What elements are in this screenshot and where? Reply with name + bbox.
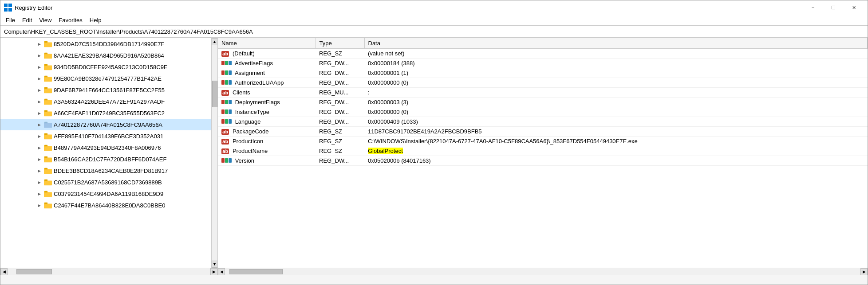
hscroll-track[interactable] xyxy=(8,269,210,275)
data-table[interactable]: Name Type Data ab (Default)REG_SZ(value … xyxy=(218,38,868,268)
tree-scroll[interactable]: ►8520DAD7C5154DD39846DB1714990E7F►8AA421… xyxy=(0,38,211,268)
expand-icon[interactable]: ► xyxy=(36,63,43,70)
tree-item[interactable]: ►8520DAD7C5154DD39846DB1714990E7F xyxy=(0,38,211,50)
table-row[interactable]: InstanceTypeREG_DW...0x00000000 (0) xyxy=(218,107,868,117)
close-button[interactable]: ✕ xyxy=(844,0,864,15)
cell-type: REG_SZ xyxy=(316,137,364,146)
folder-icon xyxy=(44,109,52,117)
menu-favorites[interactable]: Favorites xyxy=(55,16,86,24)
app-icon xyxy=(4,4,12,12)
expand-icon[interactable]: ► xyxy=(36,133,43,140)
cell-type: REG_MU... xyxy=(316,88,364,98)
table-row[interactable]: AssignmentREG_DW...0x00000001 (1) xyxy=(218,68,868,78)
table-row[interactable]: DeploymentFlagsREG_DW...0x00000003 (3) xyxy=(218,98,868,107)
scrollbar-thumb[interactable] xyxy=(212,81,217,107)
table-row[interactable]: VersionREG_DW...0x0502000b (84017163) xyxy=(218,156,868,166)
data-hscroll-right-btn[interactable]: ▶ xyxy=(860,268,868,275)
data-hscroll[interactable]: ◀ ▶ xyxy=(218,268,868,275)
table-row[interactable]: ab PackageCodeREG_SZ11D87CBC91702BE419A2… xyxy=(218,127,868,137)
reg-dw-icon xyxy=(221,61,232,65)
table-row[interactable]: ab ClientsREG_MU...: xyxy=(218,88,868,98)
cell-type: REG_SZ xyxy=(316,49,364,59)
svg-rect-11 xyxy=(44,76,47,78)
expand-icon[interactable]: ► xyxy=(36,75,43,82)
folder-icon xyxy=(44,167,52,174)
expand-icon[interactable]: ► xyxy=(36,167,43,174)
expand-icon[interactable]: ► xyxy=(36,86,43,94)
tree-item[interactable]: ►BDEE3B6CD18A6234CAEB0E28FD81B917 xyxy=(0,165,211,176)
expand-icon[interactable]: ► xyxy=(36,144,43,151)
folder-icon xyxy=(44,86,52,94)
cell-name: ab ProductIcon xyxy=(218,137,316,146)
tree-scrollbar: ▲ ▼ xyxy=(211,38,217,268)
title-bar-left: Registry Editor xyxy=(4,4,803,12)
menu-file[interactable]: File xyxy=(2,16,19,24)
tree-item[interactable]: ►AFE895E410F7041439E6BCE3D352A031 xyxy=(0,130,211,142)
tree-hscroll[interactable]: ◀ ▶ xyxy=(0,268,217,275)
folder-icon xyxy=(44,98,52,105)
minimize-button[interactable]: − xyxy=(803,0,823,15)
folder-icon xyxy=(44,52,52,59)
cell-data: 0x00000409 (1033) xyxy=(364,117,868,127)
tree-item[interactable]: ►8AA421EAE329BA84D965D916A520B864 xyxy=(0,50,211,61)
tree-item[interactable]: ►99E80CA9B0328e74791254777B1F42AE xyxy=(0,73,211,84)
expand-icon[interactable]: ► xyxy=(36,121,43,128)
cell-name: Version xyxy=(218,156,316,166)
tree-item[interactable]: ►A66CF4FAF11D07249BC35F655D563EC2 xyxy=(0,107,211,119)
cell-data: 0x00000184 (388) xyxy=(364,59,868,68)
table-row[interactable]: AuthorizedLUAAppREG_DW...0x00000000 (0) xyxy=(218,78,868,88)
svg-rect-28 xyxy=(44,180,52,185)
tree-item-label: AFE895E410F7041439E6BCE3D352A031 xyxy=(54,133,163,140)
svg-rect-1 xyxy=(8,4,12,7)
expand-icon[interactable]: ► xyxy=(36,109,43,117)
folder-icon xyxy=(44,156,52,163)
expand-icon[interactable]: ► xyxy=(36,98,43,105)
scroll-up-btn[interactable]: ▲ xyxy=(212,38,218,45)
tree-item[interactable]: ►C0379231454E4994DA6A119B168DE9D9 xyxy=(0,188,211,199)
data-hscroll-thumb[interactable] xyxy=(229,269,283,274)
hscroll-left-btn[interactable]: ◀ xyxy=(0,268,8,275)
tree-item[interactable]: ►B54B166CA2D1C7FA720D4BFF6D074AEF xyxy=(0,153,211,165)
cell-name-text: DeploymentFlags xyxy=(235,99,280,105)
data-hscroll-track[interactable] xyxy=(225,269,860,275)
address-text[interactable]: Computer\HKEY_CLASSES_ROOT\Installer\Pro… xyxy=(4,28,253,35)
menu-help[interactable]: Help xyxy=(86,16,105,24)
menu-view[interactable]: View xyxy=(36,16,55,24)
table-row[interactable]: LanguageREG_DW...0x00000409 (1033) xyxy=(218,117,868,127)
table-row[interactable]: ab ProductNameREG_SZGlobalProtect xyxy=(218,146,868,156)
cell-name-text: PackageCode xyxy=(233,128,269,135)
hscroll-right-btn[interactable]: ▶ xyxy=(210,268,217,275)
tree-item-label: A740122872760A74FA015C8FC9AA656A xyxy=(54,121,162,128)
col-data: Data xyxy=(364,38,868,49)
cell-name-text: Language xyxy=(235,118,261,125)
svg-rect-26 xyxy=(44,169,52,174)
table-row[interactable]: AdvertiseFlagsREG_DW...0x00000184 (388) xyxy=(218,59,868,68)
cell-name-text: AdvertiseFlags xyxy=(235,60,273,66)
reg-dw-icon xyxy=(221,80,232,85)
folder-icon xyxy=(44,202,52,209)
tree-item[interactable]: ►C2467F44E7BA86440B828E0DA8C0BBE0 xyxy=(0,199,211,211)
tree-item[interactable]: ►B489779A44293E94DB42340F8A006976 xyxy=(0,142,211,153)
hscroll-thumb[interactable] xyxy=(16,269,52,274)
maximize-button[interactable]: ☐ xyxy=(823,0,844,15)
menu-edit[interactable]: Edit xyxy=(19,16,36,24)
cell-name: AdvertiseFlags xyxy=(218,59,316,68)
expand-icon[interactable]: ► xyxy=(36,190,43,197)
tree-item[interactable]: ►A740122872760A74FA015C8FC9AA656A xyxy=(0,119,211,130)
tree-item[interactable]: ►934DD5BD0CFEE9245A9C213C0D158C9E xyxy=(0,61,211,73)
svg-rect-25 xyxy=(44,156,47,158)
table-row[interactable]: ab (Default)REG_SZ(value not set) xyxy=(218,49,868,59)
expand-icon[interactable]: ► xyxy=(36,202,43,209)
expand-icon[interactable]: ► xyxy=(36,156,43,163)
cell-name-text: ProductIcon xyxy=(233,138,263,144)
data-hscroll-left-btn[interactable]: ◀ xyxy=(218,268,225,275)
tree-item[interactable]: ►A3A56324A226DEE47A72EF91A297A4DF xyxy=(0,96,211,107)
scrollbar-track[interactable] xyxy=(212,45,218,261)
tree-item[interactable]: ►C025571B2A687A53689168CD7369889B xyxy=(0,176,211,188)
expand-icon[interactable]: ► xyxy=(36,179,43,186)
table-row[interactable]: ab ProductIconREG_SZC:\WINDOWS\Installer… xyxy=(218,137,868,146)
scroll-down-btn[interactable]: ▼ xyxy=(212,261,218,268)
tree-item[interactable]: ►9DAF6B7941F664CC13561F87E5CC2E55 xyxy=(0,84,211,96)
expand-icon[interactable]: ► xyxy=(36,40,43,47)
expand-icon[interactable]: ► xyxy=(36,52,43,59)
